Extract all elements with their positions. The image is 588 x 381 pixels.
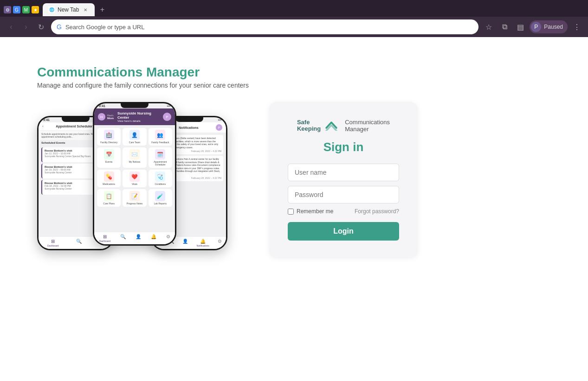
phone-center-notch (121, 103, 149, 108)
sidebar-btn[interactable]: ▤ (514, 20, 527, 33)
nav-search: 🔍 (76, 239, 82, 247)
nav-user-center: 👤 (136, 234, 141, 242)
grid-item-conditions: 🩺 Conditions (149, 170, 172, 187)
conditions-icon: 🩺 (155, 171, 165, 182)
events-icon: 📅 (104, 149, 114, 159)
tab-label: New Tab (58, 6, 79, 13)
login-logo-row: Safe Keeping Communications Manager (288, 119, 399, 133)
profile-btn[interactable]: P Paused (530, 20, 568, 33)
login-card: Safe Keeping Communications Manager (269, 102, 418, 257)
how-is-mom-text: How's Mom (107, 114, 114, 120)
grid-item-meds: 💊 Medications (97, 170, 121, 187)
browser-controls-bar: ‹ › ↻ G Search Google or type a URL ☆ ⧉ … (0, 17, 588, 37)
tab-group-icons: ⚙ G M ★ (4, 6, 39, 13)
back-arrow-icon: ‹ (42, 124, 44, 128)
safe-keeping-logo: Safe Keeping (297, 119, 340, 133)
grid-item-facility: 🏥 Facility Directory (97, 128, 121, 146)
tab-bar: ⚙ G M ★ 🌐 New Tab ✕ + (0, 0, 588, 17)
username-input[interactable] (288, 164, 399, 181)
app-title: Communications Manager (37, 65, 249, 80)
facility-icon: 🏥 (104, 130, 114, 140)
tab-favicon: 🌐 (48, 6, 55, 13)
sk-logo-text: Safe Keeping (297, 119, 321, 133)
phone-right-title: Notifications (179, 126, 198, 129)
extensions-btn[interactable]: ⧉ (498, 20, 511, 33)
avatar: P (531, 22, 541, 32)
grid-item-vitals: ❤️ Vitals (123, 170, 146, 187)
logo-safe: Safe (297, 119, 321, 126)
logo-right-text: Communications Manager (345, 119, 390, 133)
grid-item-feedback: 👥 Family Feedback (149, 128, 172, 146)
grid-item-lab: 🧪 Lab Reports (149, 189, 172, 207)
facility-info: Sunnyside Nursing Center View here's det… (117, 111, 163, 122)
remember-me-checkbox[interactable] (288, 209, 294, 215)
reload-btn[interactable]: ↻ (34, 20, 47, 33)
login-options-row: Remember me Forgot password? (288, 208, 399, 215)
new-tab-btn[interactable]: + (97, 4, 108, 15)
login-title: Sign in (288, 140, 399, 154)
tab-group-icon-chrome: G (13, 6, 20, 13)
page-content: Communications Manager Manage and config… (0, 37, 588, 380)
progress-icon: 📝 (129, 191, 140, 201)
google-icon: G (57, 23, 62, 31)
browser-chrome: ⚙ G M ★ 🌐 New Tab ✕ + ‹ › ↻ G Search Goo… (0, 0, 588, 37)
forward-btn[interactable]: › (19, 20, 32, 33)
nav-dashboard: ⊞ Dashboard (47, 239, 58, 247)
phones-container: 9:41 ▪▪▪ ‹ Appointment Scheduler Schedul… (37, 102, 232, 250)
password-input[interactable] (288, 186, 399, 203)
sk-arrow-container (324, 121, 338, 131)
remember-me-label[interactable]: Remember me (288, 208, 333, 215)
grid-item-notices: ✉️ My Notices (123, 147, 146, 168)
address-bar[interactable]: G Search Google or type a URL (51, 19, 478, 34)
app-title-section: Communications Manager Manage and config… (37, 65, 249, 89)
logo-manager: Manager (345, 126, 390, 133)
profile-avatar-center: P (163, 113, 171, 121)
active-tab[interactable]: 🌐 New Tab ✕ (43, 3, 95, 16)
nav-search-center: 🔍 (120, 234, 126, 242)
grid-item-careplans: 📋 Care Plans (97, 189, 121, 207)
phone-center-header: H How's Mom Sunnyside Nursing Center Vie… (94, 108, 175, 125)
bookmark-btn[interactable]: ☆ (482, 20, 495, 33)
nav-buttons: ‹ › ↻ (5, 20, 47, 33)
app-subtitle: Manage and configure the family connecti… (37, 82, 249, 89)
main-section: 9:41 ▪▪▪ ‹ Appointment Scheduler Schedul… (37, 102, 551, 257)
profile-name: Paused (544, 24, 563, 30)
login-button[interactable]: Login (288, 222, 399, 241)
tab-group-icon-maps: M (22, 6, 30, 13)
grid-item-progress: 📝 Progress Notes (123, 189, 146, 207)
tab-group-icon-1: ⚙ (4, 6, 11, 13)
feedback-icon: 👥 (155, 130, 165, 140)
logo-keeping: Keeping (297, 126, 321, 132)
logo-communications: Communications (345, 119, 390, 126)
back-btn[interactable]: ‹ (5, 20, 18, 33)
toolbar-icons: ☆ ⧉ ▤ P Paused ⋮ (482, 20, 583, 33)
phone-left-title: Appointment Scheduler (56, 125, 92, 128)
meds-icon: 💊 (104, 171, 114, 182)
careteam-icon: 👤 (129, 130, 140, 140)
phone-center: 9:41 ▪▪▪ H How's Mom Sunnyside Nursin (93, 102, 176, 246)
address-bar-text: Search Google or type a URL (65, 24, 473, 31)
phone-left-notch (62, 117, 90, 122)
vitals-icon: ❤️ (129, 171, 140, 182)
appt-icon: 🗓️ (155, 149, 165, 159)
nav-gear-right: ⚙ (218, 239, 222, 247)
tab-close-btn[interactable]: ✕ (82, 6, 89, 13)
notices-icon: ✉️ (129, 149, 140, 159)
phone-center-grid: 🏥 Facility Directory 👤 Care Team 👥 Famil… (94, 125, 175, 210)
logo-arrow-icon (324, 121, 338, 131)
remember-me-text: Remember me (297, 208, 333, 215)
nav-bell-center: 🔔 (151, 234, 156, 242)
careplans-icon: 📋 (104, 191, 114, 201)
phone-center-screen: 9:41 ▪▪▪ H How's Mom Sunnyside Nursin (94, 103, 175, 244)
phone-center-bottom-nav: ⊞ Dashboard 🔍 👤 🔔 ⚙ (94, 232, 175, 244)
menu-btn[interactable]: ⋮ (570, 20, 583, 33)
grid-item-appt: 🗓️ Appointment Scheduler (149, 147, 172, 168)
lab-icon: 🧪 (155, 191, 165, 201)
how-is-mom-icon: H (98, 113, 105, 121)
nav-user-right: 👤 (182, 239, 188, 247)
nav-bell-right: 🔔 Notifications (196, 239, 209, 247)
forgot-password-link[interactable]: Forgot password? (355, 208, 399, 215)
tab-group-icon-yellow: ★ (32, 6, 39, 13)
phone-right-notch (175, 117, 203, 122)
notif-avatar: P (216, 124, 222, 131)
